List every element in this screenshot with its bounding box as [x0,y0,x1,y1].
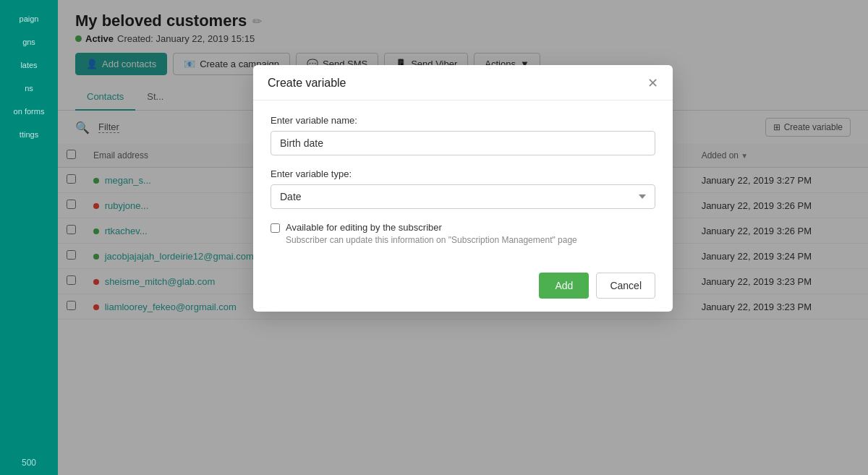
subscriber-editing-group: Available for editing by the subscriber … [271,222,655,245]
sidebar-item-settings[interactable]: ttings [0,123,58,146]
variable-type-group: Enter variable type: Text Number Date Bo… [271,168,655,209]
checkbox-label: Available for editing by the subscriber [286,222,577,233]
modal-overlay: Create variable ✕ Enter variable name: E… [58,0,868,475]
add-button[interactable]: Add [539,273,589,299]
variable-name-label: Enter variable name: [271,115,655,126]
sidebar-item-notifications[interactable]: ns [0,77,58,100]
sidebar-item-campaign[interactable]: paign [0,7,58,30]
modal-title: Create variable [268,77,346,90]
subscriber-editing-checkbox[interactable] [271,223,280,233]
create-variable-modal: Create variable ✕ Enter variable name: E… [253,65,673,312]
sidebar-item-templates[interactable]: lates [0,54,58,77]
checkbox-hint: Subscriber can update this information o… [286,235,577,245]
modal-body: Enter variable name: Enter variable type… [253,100,673,262]
cancel-button[interactable]: Cancel [596,273,655,299]
variable-name-input[interactable] [271,131,655,155]
pagination-count: 500 [22,458,36,475]
variable-name-group: Enter variable name: [271,115,655,155]
modal-header: Create variable ✕ [253,65,673,100]
main-content: My beloved customers ✏ Active Created: J… [58,0,868,475]
sidebar: paign gns lates ns on forms ttings 500 [0,0,58,475]
variable-type-label: Enter variable type: [271,168,655,179]
variable-type-select[interactable]: Text Number Date Boolean [271,184,655,209]
sidebar-item-opt-forms[interactable]: on forms [0,100,58,123]
modal-footer: Add Cancel [253,262,673,312]
sidebar-item-campaigns[interactable]: gns [0,30,58,54]
modal-close-button[interactable]: ✕ [647,77,658,90]
